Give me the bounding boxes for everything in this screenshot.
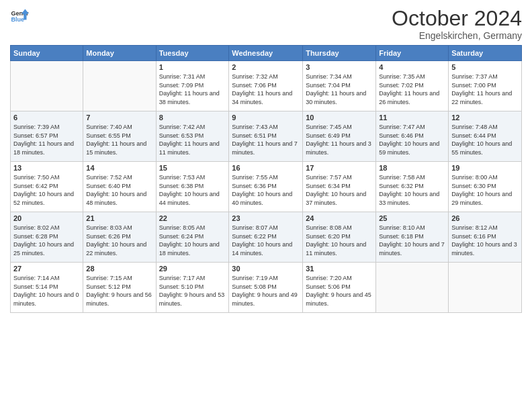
day-info: Sunrise: 7:48 AMSunset: 6:44 PMDaylight:… — [451, 123, 519, 156]
day-number: 2 — [232, 63, 300, 71]
weekday-header-monday: Monday — [83, 46, 156, 61]
day-info: Sunrise: 8:03 AMSunset: 6:26 PMDaylight:… — [86, 224, 152, 257]
calendar-cell: 21Sunrise: 8:03 AMSunset: 6:26 PMDayligh… — [83, 212, 156, 263]
day-info: Sunrise: 7:47 AMSunset: 6:46 PMDaylight:… — [379, 123, 445, 156]
day-info: Sunrise: 7:20 AMSunset: 5:06 PMDaylight:… — [306, 274, 373, 308]
day-info: Sunrise: 7:17 AMSunset: 5:10 PMDaylight:… — [159, 274, 226, 308]
day-info: Sunrise: 7:40 AMSunset: 6:55 PMDaylight:… — [86, 123, 152, 156]
day-number: 29 — [159, 265, 226, 273]
day-info: Sunrise: 8:10 AMSunset: 6:18 PMDaylight:… — [379, 224, 445, 257]
day-info: Sunrise: 8:02 AMSunset: 6:28 PMDaylight:… — [13, 224, 80, 257]
weekday-header-row: SundayMondayTuesdayWednesdayThursdayFrid… — [11, 46, 522, 61]
day-number: 18 — [379, 164, 445, 172]
day-info: Sunrise: 7:14 AMSunset: 5:14 PMDaylight:… — [13, 274, 80, 308]
calendar-cell: 30Sunrise: 7:19 AMSunset: 5:08 PMDayligh… — [229, 263, 303, 313]
calendar-cell: 23Sunrise: 8:07 AMSunset: 6:22 PMDayligh… — [229, 212, 303, 263]
day-number: 13 — [13, 164, 80, 172]
calendar-cell — [376, 263, 449, 313]
day-number: 28 — [86, 265, 152, 273]
day-number: 27 — [13, 265, 80, 273]
day-info: Sunrise: 7:15 AMSunset: 5:12 PMDaylight:… — [86, 274, 152, 308]
day-number: 11 — [379, 113, 445, 122]
day-number: 26 — [451, 214, 519, 222]
day-info: Sunrise: 7:58 AMSunset: 6:32 PMDaylight:… — [379, 173, 445, 207]
calendar-cell: 19Sunrise: 8:00 AMSunset: 6:30 PMDayligh… — [449, 162, 522, 212]
weekday-header-friday: Friday — [376, 46, 449, 61]
day-info: Sunrise: 8:05 AMSunset: 6:24 PMDaylight:… — [159, 224, 226, 257]
calendar-table: SundayMondayTuesdayWednesdayThursdayFrid… — [10, 45, 522, 313]
calendar-cell: 7Sunrise: 7:40 AMSunset: 6:55 PMDaylight… — [83, 111, 156, 162]
calendar-cell: 5Sunrise: 7:37 AMSunset: 7:00 PMDaylight… — [449, 61, 522, 111]
day-number: 6 — [13, 113, 80, 122]
day-number: 12 — [451, 113, 519, 122]
day-number: 25 — [379, 214, 445, 222]
day-info: Sunrise: 7:39 AMSunset: 6:57 PMDaylight:… — [13, 123, 80, 156]
calendar-cell — [449, 263, 522, 313]
calendar-cell: 3Sunrise: 7:34 AMSunset: 7:04 PMDaylight… — [303, 61, 376, 111]
calendar-cell: 15Sunrise: 7:53 AMSunset: 6:38 PMDayligh… — [156, 162, 229, 212]
week-row-5: 27Sunrise: 7:14 AMSunset: 5:14 PMDayligh… — [11, 263, 522, 313]
week-row-1: 1Sunrise: 7:31 AMSunset: 7:09 PMDaylight… — [11, 61, 522, 111]
calendar-cell — [83, 61, 156, 111]
day-info: Sunrise: 7:19 AMSunset: 5:08 PMDaylight:… — [232, 274, 300, 308]
day-number: 23 — [232, 214, 300, 222]
day-info: Sunrise: 7:43 AMSunset: 6:51 PMDaylight:… — [232, 123, 300, 156]
day-number: 30 — [232, 265, 300, 273]
day-info: Sunrise: 7:57 AMSunset: 6:34 PMDaylight:… — [306, 173, 373, 207]
day-number: 19 — [451, 164, 519, 172]
weekday-header-wednesday: Wednesday — [229, 46, 303, 61]
calendar-cell: 14Sunrise: 7:52 AMSunset: 6:40 PMDayligh… — [83, 162, 156, 212]
day-number: 20 — [13, 214, 80, 222]
week-row-4: 20Sunrise: 8:02 AMSunset: 6:28 PMDayligh… — [11, 212, 522, 263]
logo-icon: General Blue — [10, 7, 29, 26]
calendar-cell: 6Sunrise: 7:39 AMSunset: 6:57 PMDaylight… — [11, 111, 83, 162]
week-row-3: 13Sunrise: 7:50 AMSunset: 6:42 PMDayligh… — [11, 162, 522, 212]
day-number: 17 — [306, 164, 373, 172]
weekday-header-thursday: Thursday — [303, 46, 376, 61]
calendar-cell: 1Sunrise: 7:31 AMSunset: 7:09 PMDaylight… — [156, 61, 229, 111]
day-info: Sunrise: 8:08 AMSunset: 6:20 PMDaylight:… — [306, 224, 373, 257]
day-info: Sunrise: 7:31 AMSunset: 7:09 PMDaylight:… — [159, 73, 226, 106]
day-number: 22 — [159, 214, 226, 222]
calendar-cell: 29Sunrise: 7:17 AMSunset: 5:10 PMDayligh… — [156, 263, 229, 313]
day-info: Sunrise: 8:12 AMSunset: 6:16 PMDaylight:… — [451, 224, 519, 257]
calendar-cell: 26Sunrise: 8:12 AMSunset: 6:16 PMDayligh… — [449, 212, 522, 263]
calendar-cell: 17Sunrise: 7:57 AMSunset: 6:34 PMDayligh… — [303, 162, 376, 212]
calendar-cell: 27Sunrise: 7:14 AMSunset: 5:14 PMDayligh… — [11, 263, 83, 313]
calendar-cell: 16Sunrise: 7:55 AMSunset: 6:36 PMDayligh… — [229, 162, 303, 212]
day-info: Sunrise: 7:32 AMSunset: 7:06 PMDaylight:… — [232, 73, 300, 106]
calendar-cell: 4Sunrise: 7:35 AMSunset: 7:02 PMDaylight… — [376, 61, 449, 111]
day-info: Sunrise: 7:52 AMSunset: 6:40 PMDaylight:… — [86, 173, 152, 207]
day-number: 10 — [306, 113, 373, 122]
month-title: October 2024 — [392, 7, 522, 30]
day-info: Sunrise: 7:50 AMSunset: 6:42 PMDaylight:… — [13, 173, 80, 207]
day-number: 16 — [232, 164, 300, 172]
header: General Blue October 2024 Engelskirchen,… — [10, 7, 522, 41]
calendar-cell: 24Sunrise: 8:08 AMSunset: 6:20 PMDayligh… — [303, 212, 376, 263]
logo: General Blue — [10, 7, 29, 26]
day-number: 7 — [86, 113, 152, 122]
calendar-cell: 10Sunrise: 7:45 AMSunset: 6:49 PMDayligh… — [303, 111, 376, 162]
day-info: Sunrise: 7:37 AMSunset: 7:00 PMDaylight:… — [451, 73, 519, 106]
day-info: Sunrise: 7:55 AMSunset: 6:36 PMDaylight:… — [232, 173, 300, 207]
day-number: 21 — [86, 214, 152, 222]
calendar-cell: 25Sunrise: 8:10 AMSunset: 6:18 PMDayligh… — [376, 212, 449, 263]
weekday-header-sunday: Sunday — [11, 46, 83, 61]
calendar-cell: 12Sunrise: 7:48 AMSunset: 6:44 PMDayligh… — [449, 111, 522, 162]
day-number: 31 — [306, 265, 373, 273]
day-number: 3 — [306, 63, 373, 71]
calendar-cell: 28Sunrise: 7:15 AMSunset: 5:12 PMDayligh… — [83, 263, 156, 313]
calendar-cell — [11, 61, 83, 111]
calendar-cell: 11Sunrise: 7:47 AMSunset: 6:46 PMDayligh… — [376, 111, 449, 162]
day-number: 5 — [451, 63, 519, 71]
calendar-cell: 20Sunrise: 8:02 AMSunset: 6:28 PMDayligh… — [11, 212, 83, 263]
day-number: 24 — [306, 214, 373, 222]
day-number: 14 — [86, 164, 152, 172]
day-number: 1 — [159, 63, 226, 71]
calendar-cell: 2Sunrise: 7:32 AMSunset: 7:06 PMDaylight… — [229, 61, 303, 111]
day-info: Sunrise: 7:53 AMSunset: 6:38 PMDaylight:… — [159, 173, 226, 207]
day-number: 15 — [159, 164, 226, 172]
calendar-cell: 9Sunrise: 7:43 AMSunset: 6:51 PMDaylight… — [229, 111, 303, 162]
week-row-2: 6Sunrise: 7:39 AMSunset: 6:57 PMDaylight… — [11, 111, 522, 162]
day-info: Sunrise: 7:45 AMSunset: 6:49 PMDaylight:… — [306, 123, 373, 156]
